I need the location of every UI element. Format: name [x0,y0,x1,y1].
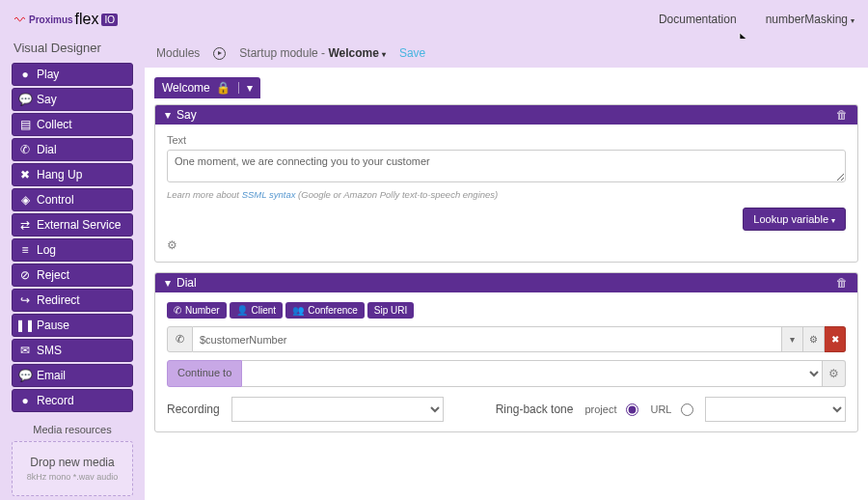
tab-icon: 👥 [292,305,304,316]
sidebar-item-label: Log [37,243,56,257]
sidebar-item-label: Collect [37,118,72,131]
sidebar-item-label: Pause [37,319,69,332]
sidebar-icon: ↪ [19,293,31,307]
recording-label: Recording [167,403,220,416]
dial-panel-header[interactable]: ▾ Dial 🗑 [155,273,857,292]
ssml-link[interactable]: SSML syntax [242,189,296,200]
dial-title: Dial [176,276,197,290]
sidebar-item-control[interactable]: ◈Control [12,188,133,211]
tab-label: Sip URI [374,305,407,316]
sidebar-item-log[interactable]: ≡Log [12,238,133,262]
gear-icon[interactable]: ⚙ [823,360,846,387]
sidebar-item-hang-up[interactable]: ✖Hang Up [12,163,133,186]
sidebar-icon: ▤ [19,118,31,131]
modules-label[interactable]: Modules [156,46,200,60]
dial-panel: ▾ Dial 🗑 ✆Number👤Client👥ConferenceSip UR… [154,272,858,432]
media-resources-heading: Media resources [12,424,133,435]
lock-icon: 🔒 [216,81,231,95]
ringback-url-option[interactable]: URL [650,403,693,416]
logo-proximus: Proximus [29,14,73,25]
dial-tab-conference[interactable]: 👥Conference [285,302,365,319]
dial-tab-client[interactable]: 👤Client [230,302,284,319]
tab-label: Number [185,305,220,316]
sidebar-item-external-service[interactable]: ⇄External Service [12,213,133,236]
ringback-url-select[interactable] [705,397,846,422]
dropzone-hint: 8kHz mono *.wav audio [18,472,126,482]
startup-prefix: Startup module - [239,46,328,60]
sidebar-item-label: Email [37,369,66,382]
dropdown-toggle-button[interactable]: ▾ [782,326,803,352]
trash-icon[interactable]: 🗑 [836,108,848,122]
tab-icon: 👤 [236,305,248,316]
sidebar-item-label: Reject [37,268,69,282]
sidebar-icon: ✖ [19,168,31,181]
save-link[interactable]: Save [399,46,425,60]
ringback-project-radio[interactable] [626,403,638,416]
module-tab-welcome[interactable]: Welcome 🔒 ▾ [154,77,260,98]
gear-icon[interactable]: ⚙ [167,238,180,252]
sidebar-item-play[interactable]: ●Play [12,63,133,86]
trash-icon[interactable]: 🗑 [836,276,848,290]
sidebar-icon: ≡ [19,243,31,257]
tab-label: Client [252,305,277,316]
sidebar-item-email[interactable]: 💬Email [12,364,133,387]
say-title: Say [176,108,197,122]
say-hint-suffix: (Google or Amazon Polly text-to-speech e… [295,189,498,200]
documentation-link[interactable]: Documentation [659,13,737,26]
sidebar-item-reject[interactable]: ⊘Reject [12,264,133,287]
ringback-project-option[interactable]: project [584,403,638,416]
sidebar-item-dial[interactable]: ✆Dial [12,138,133,161]
ringback-project-label: project [584,403,616,415]
say-text-label: Text [167,134,846,146]
sidebar-item-label: Say [37,93,57,106]
sidebar-icon: ⊘ [19,268,31,282]
tab-label: Conference [308,305,358,316]
say-hint-prefix: Learn more about [167,189,242,200]
sidebar-item-label: Dial [37,143,57,156]
startup-module-selector[interactable]: Startup module - Welcome [239,46,386,60]
dial-tab-number[interactable]: ✆Number [167,302,227,319]
sidebar-item-label: Control [37,193,74,207]
sidebar-item-pause[interactable]: ❚❚Pause [12,314,133,337]
ringback-label: Ring-back tone [496,403,574,416]
sidebar-icon: ❚❚ [19,319,31,332]
say-hint: Learn more about SSML syntax (Google or … [167,189,846,200]
phone-icon: ✆ [167,326,193,352]
say-panel-header[interactable]: ▾ Say 🗑 [155,105,857,125]
sidebar-item-label: External Service [37,218,121,232]
logo-flex: flex [75,11,99,28]
chevron-down-icon[interactable]: ▾ [247,81,253,95]
dial-number-input[interactable] [193,326,782,352]
sidebar-icon: 💬 [19,93,31,106]
sidebar-icon: 💬 [19,369,31,382]
chevron-down-icon: ▾ [165,108,171,122]
continue-to-select[interactable] [242,360,823,387]
sidebar-icon: ✉ [19,344,31,357]
logo-wave-icon [14,14,25,25]
sidebar-item-redirect[interactable]: ↪Redirect [12,289,133,312]
tab-icon: ✆ [174,305,181,316]
sidebar-item-say[interactable]: 💬Say [12,88,133,111]
sidebar-item-record[interactable]: ●Record [12,389,133,412]
sidebar-item-collect[interactable]: ▤Collect [12,113,133,136]
sidebar-item-label: Redirect [37,293,80,307]
sidebar-icon: ⇄ [19,218,31,232]
play-icon[interactable] [213,47,226,60]
dial-tab-sip-uri[interactable]: Sip URI [367,302,414,319]
app-subtitle: Visual Designer [12,39,133,63]
lookup-variable-button[interactable]: Lookup variable [743,208,846,231]
sidebar-item-sms[interactable]: ✉SMS [12,339,133,362]
chevron-down-icon: ▾ [165,276,171,290]
brand-logo: Proximus flex IO [14,11,118,28]
recording-select[interactable] [231,397,444,422]
sidebar-icon: ✆ [19,143,31,156]
module-tab-label: Welcome [162,81,210,95]
ringback-url-radio[interactable] [681,403,693,416]
say-text-input[interactable] [167,150,846,182]
account-dropdown[interactable]: numberMasking [766,13,854,26]
gear-icon[interactable]: ⚙ [803,326,825,352]
sidebar-item-label: Record [37,394,74,407]
media-dropzone[interactable]: Drop new media 8kHz mono *.wav audio [12,441,133,496]
sidebar-icon: ◈ [19,193,31,207]
remove-button[interactable]: ✖ [825,326,846,352]
